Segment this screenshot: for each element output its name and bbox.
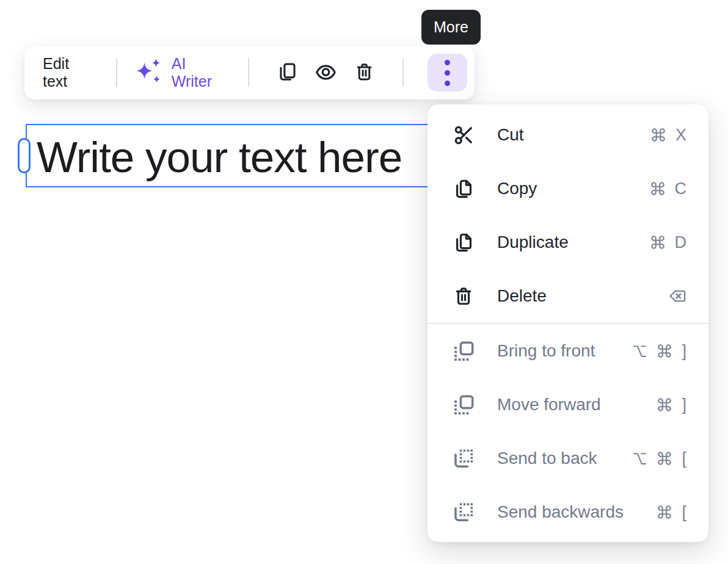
menu-item-shortcut: ] [632, 342, 686, 361]
shortcut-key: C [675, 179, 687, 198]
more-button[interactable] [428, 54, 467, 92]
shortcut-key: X [675, 126, 686, 145]
element-toolbar: Edit text AI Writer [24, 46, 475, 99]
ai-writer-label: AI Writer [172, 55, 229, 90]
menu-item-cut[interactable]: CutX [428, 108, 708, 162]
menu-item-shortcut: X [650, 126, 686, 145]
preview-button[interactable] [310, 56, 341, 90]
bring-to-front-icon [452, 340, 475, 363]
menu-item-shortcut [668, 287, 686, 305]
menu-item-duplicate[interactable]: DuplicateD [428, 215, 708, 269]
cmd-key-icon [650, 181, 666, 197]
scissors-icon [452, 125, 475, 146]
cmd-key-icon [657, 450, 672, 466]
edit-text-button[interactable]: Edit text [43, 55, 97, 90]
menu-item-shortcut: D [650, 233, 687, 252]
menu-item-label: Duplicate [497, 233, 569, 252]
bring-to-front-icon [452, 394, 475, 416]
editor-canvas: Write your text here Edit text AI Writer [0, 0, 728, 564]
menu-item-label: Send backwards [497, 502, 624, 522]
shortcut-key: [ [682, 503, 686, 522]
toolbar-divider [116, 59, 117, 87]
menu-item-label: Send to back [497, 449, 597, 468]
context-menu: CutXCopyCDuplicateDDeleteBring to front]… [428, 104, 708, 542]
menu-item-shortcut: C [650, 179, 687, 198]
shortcut-key: [ [682, 449, 686, 468]
menu-item-label: Copy [497, 179, 537, 198]
send-to-back-icon [452, 447, 475, 470]
more-tooltip: More [421, 10, 481, 45]
delete-button[interactable] [349, 56, 380, 90]
copy-icon [452, 232, 475, 253]
menu-item-bring-to-front[interactable]: Bring to front] [428, 324, 708, 378]
sparkles-icon [136, 58, 164, 87]
menu-item-copy[interactable]: CopyC [428, 162, 708, 215]
send-to-back-icon [452, 501, 475, 524]
menu-item-label: Move forward [497, 395, 601, 414]
toolbar-divider [402, 59, 404, 87]
menu-item-delete[interactable]: Delete [428, 269, 708, 323]
eye-icon [315, 61, 337, 85]
backspace-key-icon [668, 287, 686, 305]
menu-item-send-to-back[interactable]: Send to back[ [428, 432, 708, 485]
duplicate-button[interactable] [272, 56, 303, 90]
menu-item-shortcut: [ [632, 449, 686, 468]
opt-key-icon [632, 344, 647, 359]
ai-writer-button[interactable]: AI Writer [136, 55, 229, 90]
menu-item-shortcut: ] [657, 396, 686, 414]
cmd-key-icon [650, 127, 666, 143]
menu-item-send-backwards[interactable]: Send backwards[ [428, 485, 708, 539]
text-element-content: Write your text here [37, 125, 402, 187]
toolbar-divider [248, 59, 249, 87]
trash-icon [452, 286, 475, 306]
shortcut-key: ] [682, 342, 686, 361]
menu-item-label: Delete [497, 286, 547, 306]
shortcut-key: ] [682, 396, 686, 414]
menu-item-label: Cut [497, 125, 524, 145]
duplicate-icon [277, 62, 297, 84]
kebab-menu-icon [445, 60, 450, 86]
menu-item-label: Bring to front [497, 341, 595, 361]
shortcut-key: D [675, 233, 687, 252]
opt-key-icon [632, 451, 647, 466]
copy-icon [452, 178, 475, 200]
menu-item-shortcut: [ [657, 503, 686, 522]
cmd-key-icon [657, 504, 672, 520]
cmd-key-icon [657, 343, 672, 359]
trash-icon [355, 62, 374, 84]
selection-left-handle[interactable] [18, 138, 31, 173]
cmd-key-icon [657, 397, 672, 413]
cmd-key-icon [650, 234, 666, 250]
menu-item-move-forward[interactable]: Move forward] [428, 378, 708, 432]
